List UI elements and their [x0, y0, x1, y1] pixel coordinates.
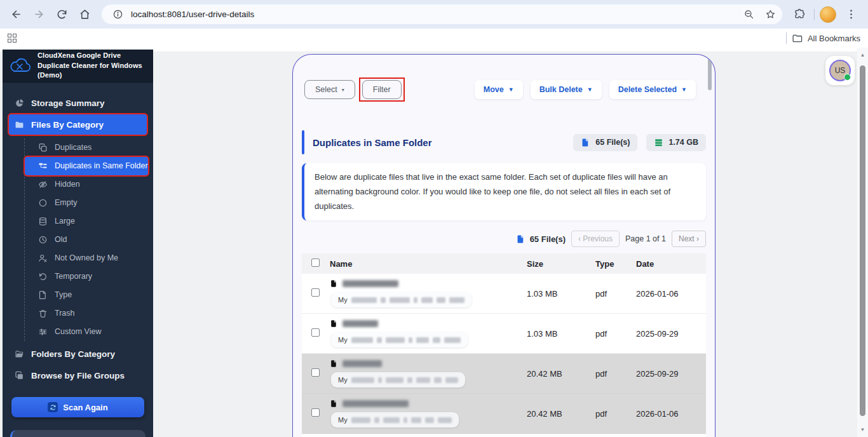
- redacted-path-segment: [377, 337, 382, 343]
- redacted-path-segment: [351, 297, 377, 303]
- avatar[interactable]: US: [829, 60, 851, 81]
- redacted-file-name: [342, 280, 398, 287]
- delete-selected-button[interactable]: Delete Selected ▼: [609, 80, 696, 99]
- refresh-button[interactable]: [52, 5, 71, 24]
- sidebar-item-label: Old: [55, 235, 67, 245]
- scan-again-button[interactable]: Scan Again: [11, 397, 144, 417]
- select-all-checkbox[interactable]: [311, 259, 320, 267]
- redacted-path-segment: [438, 417, 452, 423]
- scroll-down-arrow-icon[interactable]: ▼: [857, 427, 868, 433]
- table-row[interactable]: My20.42 MBpdf2026-01-06: [302, 394, 706, 434]
- redacted-path-segment: [386, 377, 403, 383]
- file-type: pdf: [595, 369, 636, 379]
- redacted-path-segment: [437, 297, 445, 303]
- row-checkbox[interactable]: [311, 328, 320, 337]
- scrollbar-thumb[interactable]: [860, 65, 865, 416]
- zoom-out-icon[interactable]: [740, 6, 757, 23]
- row-checkbox[interactable]: [311, 288, 320, 297]
- sliders-icon: [37, 327, 48, 337]
- avatar-initials: US: [835, 66, 846, 75]
- file-type: pdf: [595, 289, 636, 299]
- home-button[interactable]: [75, 5, 94, 24]
- sidebar-item-files-by-category[interactable]: Files By Category: [9, 114, 147, 135]
- scroll-up-arrow-icon[interactable]: ▲: [857, 52, 868, 58]
- redacted-path-segment: [411, 417, 421, 423]
- column-header-size: Size: [527, 259, 595, 269]
- sidebar-item-duplicates[interactable]: Duplicates: [25, 138, 148, 157]
- sidebar-item-trash[interactable]: Trash: [25, 304, 148, 323]
- redacted-path-segment: [381, 297, 386, 303]
- site-info-icon[interactable]: [109, 6, 126, 23]
- file-icon: [330, 319, 338, 328]
- sidebar-item-storage-summary[interactable]: Storage Summary: [9, 93, 147, 113]
- path-prefix: My: [338, 376, 348, 384]
- select-dropdown-button[interactable]: Select ▾: [304, 80, 355, 99]
- redacted-file-name: [342, 400, 409, 407]
- redacted-path-segment: [433, 337, 440, 343]
- sidebar-item-large[interactable]: Large: [25, 212, 148, 231]
- kebab-menu-icon: [845, 8, 857, 20]
- sidebar-item-temporary[interactable]: Temporary: [25, 267, 148, 286]
- redacted-path-segment: [409, 337, 412, 343]
- sidebar-nav: Storage SummaryFiles By CategoryDuplicat…: [3, 83, 153, 386]
- url-text[interactable]: localhost:8081/user-drive-details: [131, 10, 735, 19]
- redacted-path-segment: [383, 417, 400, 423]
- browser-toolbar: localhost:8081/user-drive-details: [0, 0, 868, 29]
- sidebar-item-custom-view[interactable]: Custom View: [25, 323, 148, 341]
- table-row[interactable]: My622.30 KBpdf2026-01-06: [302, 434, 706, 437]
- bulk-delete-button[interactable]: Bulk Delete ▼: [531, 80, 602, 99]
- history-icon: [37, 272, 48, 282]
- bookmark-star-icon[interactable]: [762, 6, 778, 23]
- sidebar-item-old[interactable]: Old: [25, 231, 148, 249]
- path-prefix: My: [338, 336, 348, 344]
- browser-profile-avatar[interactable]: [820, 6, 836, 23]
- redacted-path-segment: [351, 417, 370, 423]
- address-bar[interactable]: localhost:8081/user-drive-details: [102, 4, 782, 24]
- move-button[interactable]: Move ▼: [475, 80, 523, 99]
- user-avatar-container: US: [825, 56, 855, 85]
- page-scrollbar[interactable]: ▲ ▼: [857, 48, 868, 437]
- next-page-button[interactable]: Next ›: [672, 231, 706, 247]
- sidebar-item-type[interactable]: Type: [25, 286, 148, 304]
- chrome-menu-button[interactable]: [841, 5, 860, 24]
- app-title: CloudXena Google Drive Duplicate Cleaner…: [37, 51, 147, 80]
- file-icon: [330, 279, 338, 288]
- sidebar-item-folders-by-category[interactable]: Folders By Category: [9, 344, 147, 364]
- all-bookmarks-button[interactable]: All Bookmarks: [792, 33, 860, 44]
- sidebar-item-duplicates-in-same-folder[interactable]: Duplicates in Same Folder: [25, 157, 148, 175]
- sidebar-item-browse-by-file-groups[interactable]: Browse by File Groups: [9, 365, 147, 386]
- file-date: 2025-09-29: [636, 329, 706, 339]
- filter-annotation-box: Filter: [359, 77, 405, 102]
- table-body: My1.03 MBpdf2026-01-06My1.03 MBpdf2025-0…: [302, 274, 706, 437]
- file-name-cell: My: [330, 354, 527, 393]
- previous-page-button[interactable]: ‹ Previous: [571, 231, 620, 247]
- sidebar-info-card: [10, 430, 146, 437]
- duplicates-table: Name Size Type Date My1.03 MBpdf2026-01-…: [302, 253, 706, 437]
- layers-icon: [14, 370, 24, 380]
- select-label: Select: [315, 85, 337, 94]
- table-row[interactable]: My20.42 MBpdf2025-09-29: [302, 354, 706, 394]
- move-label: Move: [484, 85, 504, 94]
- table-row[interactable]: My1.03 MBpdf2026-01-06: [302, 274, 706, 314]
- column-header-name: Name: [330, 259, 527, 269]
- file-size: 1.03 MB: [527, 329, 595, 339]
- file-date: 2026-01-06: [636, 289, 706, 299]
- panel-scrollbar-thumb[interactable]: [708, 57, 712, 90]
- file-path-breadcrumb: My: [331, 332, 468, 347]
- sidebar-item-hidden[interactable]: Hidden: [25, 175, 148, 194]
- sidebar-item-not-owned-by-me[interactable]: Not Owned by Me: [25, 249, 148, 267]
- extensions-button[interactable]: [790, 5, 809, 24]
- eye-off-icon: [37, 180, 48, 190]
- online-status-dot: [844, 74, 851, 81]
- row-checkbox[interactable]: [311, 368, 320, 377]
- table-row[interactable]: My1.03 MBpdf2025-09-29: [302, 314, 706, 354]
- row-checkbox[interactable]: [311, 408, 320, 417]
- forward-button[interactable]: [29, 5, 48, 24]
- back-button[interactable]: [6, 5, 25, 24]
- file-path-breadcrumb: My: [331, 372, 465, 387]
- sidebar-item-empty[interactable]: Empty: [25, 194, 148, 212]
- back-arrow-icon: [10, 8, 22, 20]
- apps-grid-icon[interactable]: [8, 34, 17, 43]
- filter-button[interactable]: Filter: [362, 80, 402, 99]
- sidebar-item-label: Large: [55, 217, 75, 226]
